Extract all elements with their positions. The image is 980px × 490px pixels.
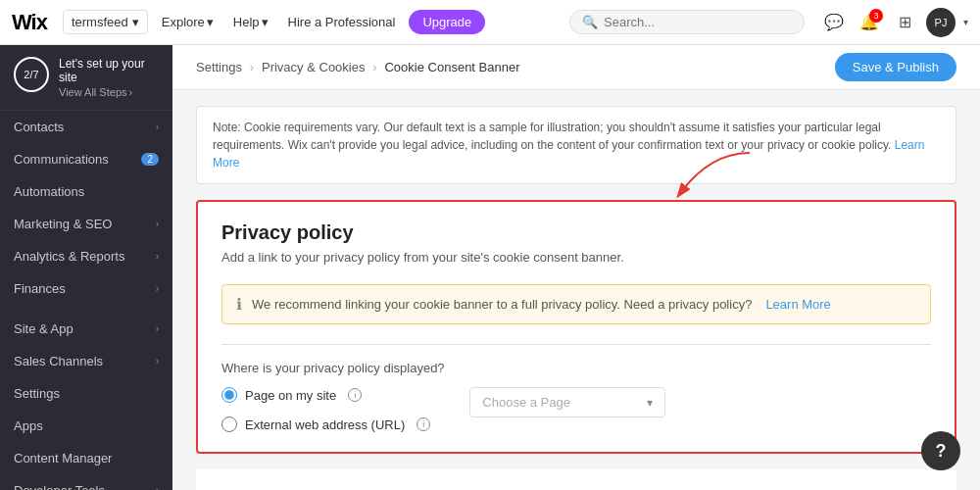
chevron-down-icon: ▾ <box>207 15 214 29</box>
sidebar-item-marketing-seo[interactable]: Marketing & SEO › <box>0 208 172 240</box>
info-circle-icon-2[interactable]: i <box>416 417 430 431</box>
chevron-down-icon: ▾ <box>262 15 269 29</box>
save-publish-button[interactable]: Save & Publish <box>835 53 956 81</box>
sidebar: 2/7 Let's set up your site View All Step… <box>0 45 172 490</box>
privacy-policy-subtitle: Add a link to your privacy policy from y… <box>221 250 931 265</box>
breadcrumb-bar: Settings › Privacy & Cookies › Cookie Co… <box>172 45 980 90</box>
breadcrumb-current: Cookie Consent Banner <box>384 60 519 74</box>
brand-selector[interactable]: termsfeed ▾ <box>63 10 148 34</box>
sidebar-item-analytics-reports[interactable]: Analytics & Reports › <box>0 240 172 272</box>
privacy-policy-title: Privacy policy <box>221 221 931 244</box>
where-label: Where is your privacy policy displayed? <box>221 361 931 375</box>
sidebar-item-content-manager[interactable]: Content Manager <box>0 442 172 474</box>
search-input[interactable] <box>604 15 792 29</box>
explore-menu[interactable]: Explore ▾ <box>156 11 220 33</box>
chevron-right-icon: › <box>156 122 159 132</box>
content-area: Settings › Privacy & Cookies › Cookie Co… <box>172 45 980 490</box>
chevron-right-icon: › <box>156 219 159 229</box>
radio-page-on-site[interactable]: Page on my site i <box>221 387 430 403</box>
notifications-icon[interactable]: 🔔 3 <box>856 9 883 36</box>
setup-progress-circle: 2/7 <box>14 57 49 92</box>
note-box: Note: Cookie requirements vary. Our defa… <box>196 106 956 184</box>
notifications-badge: 3 <box>869 9 883 23</box>
help-menu[interactable]: Help ▾ <box>227 11 274 33</box>
page-content: Note: Cookie requirements vary. Our defa… <box>172 90 980 490</box>
help-button[interactable]: ? <box>921 431 960 470</box>
sidebar-item-sales-channels[interactable]: Sales Channels › <box>0 345 172 377</box>
sidebar-item-apps[interactable]: Apps <box>0 410 172 442</box>
nav-icons: 💬 🔔 3 ⊞ PJ ▾ <box>820 8 968 37</box>
info-banner: ℹ We recommend linking your cookie banne… <box>221 284 931 324</box>
choose-page-dropdown[interactable]: Choose a Page ▾ <box>469 387 665 417</box>
chevron-right-icon: › <box>156 323 159 334</box>
radio-external-url[interactable]: External web address (URL) i <box>221 416 430 432</box>
chevron-right-icon: › <box>156 251 159 262</box>
view-all-steps[interactable]: View All Steps › <box>59 86 159 98</box>
radio-page-on-site-input[interactable] <box>221 387 237 403</box>
sidebar-item-site-app[interactable]: Site & App › <box>0 313 172 345</box>
sidebar-item-developer-tools[interactable]: Developer Tools › <box>0 474 172 490</box>
sidebar-item-finances[interactable]: Finances › <box>0 272 172 305</box>
dropdown-arrow-icon: ▾ <box>647 396 653 410</box>
breadcrumb-separator: › <box>250 61 254 74</box>
setup-text: Let's set up your site View All Steps › <box>59 57 159 98</box>
main-layout: 2/7 Let's set up your site View All Step… <box>0 45 980 490</box>
info-circle-icon[interactable]: i <box>348 388 362 402</box>
banner-learn-more-link[interactable]: Learn More <box>765 297 830 312</box>
communications-badge: 2 <box>141 153 159 166</box>
wix-logo: Wix <box>12 10 47 35</box>
radio-external-url-input[interactable] <box>221 416 237 432</box>
chevron-down-icon: ▾ <box>963 17 968 27</box>
chevron-right-icon: › <box>156 283 159 294</box>
chevron-down-icon: ▾ <box>132 15 139 29</box>
review-cookie-section: Review cookie policy requirements The st… <box>196 469 956 490</box>
search-icon: 🔍 <box>582 15 598 29</box>
chevron-right-icon: › <box>156 485 159 490</box>
privacy-policy-section: Privacy policy Add a link to your privac… <box>196 200 956 454</box>
apps-icon[interactable]: ⊞ <box>891 9 918 36</box>
sidebar-item-automations[interactable]: Automations <box>0 175 172 208</box>
chevron-right-icon: › <box>156 356 159 367</box>
breadcrumb-separator-2: › <box>372 61 376 74</box>
breadcrumb-settings[interactable]: Settings <box>196 60 242 74</box>
radio-options: Page on my site i External web address (… <box>221 387 931 432</box>
sidebar-item-communications[interactable]: Communications 2 <box>0 143 172 175</box>
info-icon: ℹ <box>236 295 242 314</box>
top-navigation: Wix termsfeed ▾ Explore ▾ Help ▾ Hire a … <box>0 0 980 45</box>
upgrade-button[interactable]: Upgrade <box>409 10 485 34</box>
messages-icon[interactable]: 💬 <box>820 9 848 36</box>
setup-box[interactable]: 2/7 Let's set up your site View All Step… <box>0 45 172 111</box>
sidebar-item-contacts[interactable]: Contacts › <box>0 111 172 143</box>
policy-divider <box>221 344 931 345</box>
user-avatar[interactable]: PJ <box>926 8 956 37</box>
breadcrumb-privacy-cookies[interactable]: Privacy & Cookies <box>262 60 365 74</box>
hire-professional-link[interactable]: Hire a Professional <box>282 11 402 33</box>
sidebar-item-settings[interactable]: Settings <box>0 377 172 410</box>
search-bar[interactable]: 🔍 <box>569 10 805 34</box>
chevron-right-icon: › <box>129 86 133 98</box>
radio-group: Page on my site i External web address (… <box>221 387 430 432</box>
